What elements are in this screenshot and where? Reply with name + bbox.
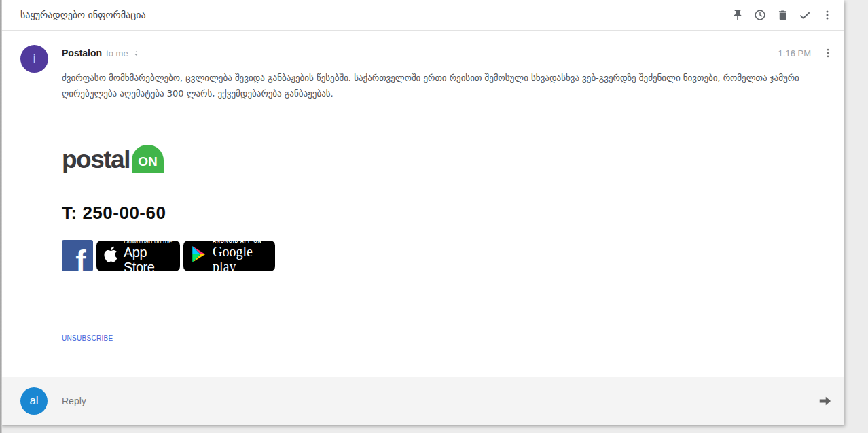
body-line-1: ძვირფასო მომხმარებლებო, ცვლილება შევიდა … (62, 70, 834, 86)
message-time: 1:16 PM (778, 48, 811, 58)
body-line-2: ღირებულება აღემატება 300 ლარს, ექვემდება… (62, 86, 834, 101)
google-play-text: ANDROID APP ON Google play (213, 238, 268, 274)
postalon-logo: postal ON (62, 145, 834, 173)
app-store-title: App Store (124, 245, 173, 275)
trash-icon[interactable] (776, 8, 789, 22)
sender-avatar[interactable]: i (20, 45, 48, 73)
mark-done-check-icon[interactable] (798, 8, 812, 22)
email-card: საყურადღებო ინფორმაცია i Post (0, 0, 844, 425)
google-play-badge[interactable]: ANDROID APP ON Google play (183, 241, 275, 271)
facebook-letter: f (75, 246, 86, 271)
store-badges: f Download on the App Store (62, 240, 834, 271)
message-body: ძვირფასო მომხმარებლებო, ცვლილება შევიდა … (62, 70, 834, 101)
google-play-title: Google play (213, 244, 268, 274)
recipient-label: to me (106, 48, 128, 58)
message: i Postalon to me 1:16 PM ძვირფასო მომხმა… (0, 31, 844, 377)
google-play-tagline: ANDROID APP ON (213, 238, 268, 244)
reply-avatar-letters: al (29, 394, 38, 408)
google-play-triangle-icon (190, 245, 208, 266)
unsubscribe-link[interactable]: UNSUBSCRIBE (62, 334, 113, 342)
forward-arrow-icon[interactable] (818, 394, 833, 409)
pin-icon[interactable] (731, 8, 744, 22)
email-toolbar: საყურადღებო ინფორმაცია (0, 0, 844, 31)
reply-bar[interactable]: al Reply (0, 377, 844, 425)
toolbar-actions (731, 8, 834, 22)
facebook-icon[interactable]: f (62, 240, 93, 271)
reply-input[interactable]: Reply (62, 396, 818, 406)
details-unfold-icon[interactable] (132, 49, 141, 58)
phone-number: T: 250-00-60 (62, 203, 834, 224)
postalon-logo-text: postal (62, 147, 130, 173)
app-store-tagline: Download on the (124, 237, 173, 245)
app-store-badge[interactable]: Download on the App Store (96, 241, 180, 271)
sender-name[interactable]: Postalon (62, 48, 102, 58)
apple-icon (103, 245, 118, 266)
app-store-text: Download on the App Store (124, 237, 173, 275)
email-subject: საყურადღებო ინფორმაცია (20, 10, 731, 20)
signature: postal ON T: 250-00-60 f Download on the (62, 101, 834, 343)
message-more-icon[interactable] (822, 47, 834, 59)
more-options-icon[interactable] (820, 8, 834, 22)
reply-user-avatar[interactable]: al (20, 387, 48, 415)
unsubscribe-row: UNSUBSCRIBE (62, 331, 834, 343)
message-header: Postalon to me 1:16 PM (62, 46, 834, 60)
message-main: Postalon to me 1:16 PM ძვირფასო მომხმარე… (62, 45, 834, 377)
sender-avatar-letter: i (33, 52, 35, 67)
snooze-clock-icon[interactable] (753, 8, 767, 22)
window-edge (0, 0, 2, 433)
postalon-logo-on-badge: ON (132, 145, 164, 173)
